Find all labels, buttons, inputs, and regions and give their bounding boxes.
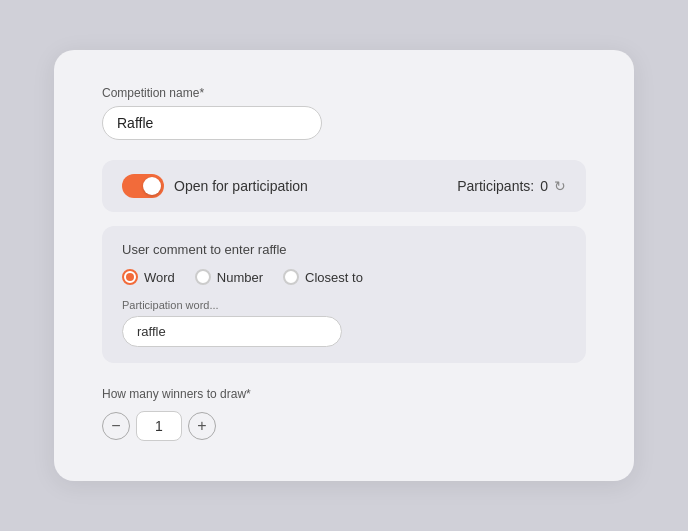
refresh-icon[interactable]: ↻ (554, 178, 566, 194)
competition-name-section: Competition name* (102, 86, 586, 140)
increment-button[interactable]: + (188, 412, 216, 440)
participants-label: Participants: (457, 178, 534, 194)
competition-name-label: Competition name* (102, 86, 586, 100)
toggle-label: Open for participation (174, 178, 308, 194)
comment-box: User comment to enter raffle Word Number… (102, 226, 586, 363)
toggle-row: Open for participation Participants: 0 ↻ (102, 160, 586, 212)
competition-name-input[interactable] (102, 106, 322, 140)
participation-word-input[interactable] (122, 316, 342, 347)
radio-row: Word Number Closest to (122, 269, 566, 285)
winners-value: 1 (136, 411, 182, 441)
main-card: Competition name* Open for participation… (54, 50, 634, 481)
open-participation-toggle[interactable] (122, 174, 164, 198)
radio-circle-closest[interactable] (283, 269, 299, 285)
participants-count: 0 (540, 178, 548, 194)
participants-info: Participants: 0 ↻ (457, 178, 566, 194)
participation-word-label: Participation word... (122, 299, 566, 311)
radio-circle-word[interactable] (122, 269, 138, 285)
comment-box-title: User comment to enter raffle (122, 242, 566, 257)
radio-label-number: Number (217, 270, 263, 285)
radio-option-closest[interactable]: Closest to (283, 269, 363, 285)
toggle-left: Open for participation (122, 174, 308, 198)
decrement-button[interactable]: − (102, 412, 130, 440)
stepper: − 1 + (102, 411, 586, 441)
radio-label-word: Word (144, 270, 175, 285)
radio-option-number[interactable]: Number (195, 269, 263, 285)
radio-option-word[interactable]: Word (122, 269, 175, 285)
winners-label: How many winners to draw* (102, 387, 586, 401)
radio-circle-number[interactable] (195, 269, 211, 285)
winners-section: How many winners to draw* − 1 + (102, 387, 586, 441)
radio-label-closest: Closest to (305, 270, 363, 285)
